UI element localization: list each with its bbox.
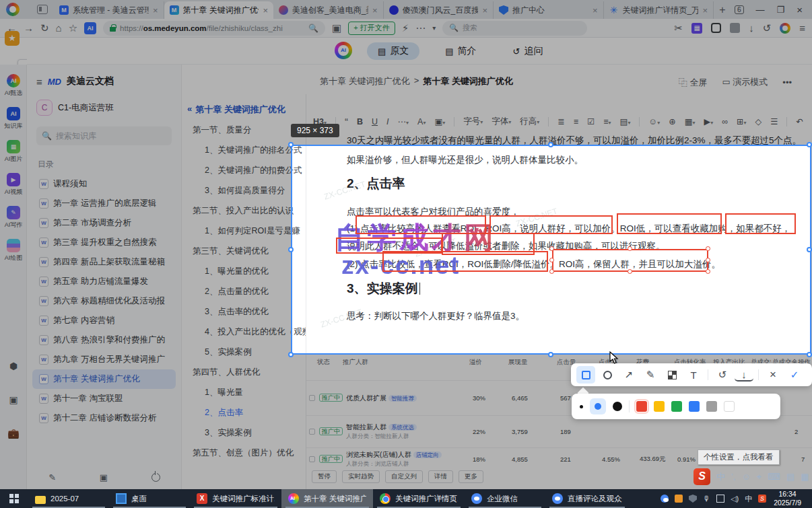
annotation-handle[interactable] [549, 246, 554, 251]
annotation-handle[interactable] [549, 269, 554, 274]
pen-tool[interactable]: ✎ [641, 366, 660, 384]
mosaic-tool[interactable] [663, 366, 681, 384]
taskbar-clock[interactable]: 16:34 2025/7/9 [772, 490, 807, 507]
screen: M 系统管理 - 美迪云管理 × M 第十章 关键词推广优化 × 美迪创客_美迪… [0, 0, 812, 508]
taskbar-item-active-doc[interactable]: 第十章 关键词推广... [281, 489, 373, 508]
wecom-icon [552, 493, 563, 504]
ime-tooltip: 个性设置，点我看看 [698, 449, 780, 465]
color-yellow[interactable] [654, 401, 665, 412]
save-download-tool[interactable]: ↓ [735, 368, 753, 382]
stroke-size-medium-selected[interactable] [590, 398, 606, 414]
xmind-icon: X [197, 493, 207, 504]
ellipse-tool[interactable] [598, 366, 617, 384]
tray-mic-icon[interactable]: 🎙 [703, 495, 710, 503]
text-cursor [419, 283, 421, 295]
heading-case: 3、实操案例 [347, 280, 420, 297]
folder-icon [35, 496, 46, 504]
selection-handle[interactable] [807, 352, 812, 357]
punctuation-icon[interactable]: ’, [731, 472, 736, 482]
start-button[interactable] [0, 489, 28, 508]
paragraph: 如果溢价够，但人群曝光还是很少，说明人群体量比较小。 [347, 154, 583, 166]
ai-doc-icon [288, 493, 299, 504]
taskbar: 2025-07 桌面 X 关键词推广标准计... 第十章 关键词推广... 关键… [0, 489, 812, 508]
toolbox-icon[interactable]: ▦ [801, 472, 809, 482]
dim-overlay-left [0, 145, 291, 355]
tray-display-icon[interactable] [716, 495, 724, 503]
tray-volume-icon[interactable]: ◁) [731, 495, 739, 503]
stroke-size-small[interactable] [580, 405, 583, 408]
selection-handle[interactable] [288, 247, 294, 252]
annotation-toolbar: ↗ ✎ T ↺ ↓ × ✓ [571, 363, 812, 386]
confirm-capture-button[interactable]: ✓ [785, 366, 804, 384]
rectangle-tool[interactable] [576, 366, 595, 384]
undo-tool[interactable]: ↺ [713, 366, 732, 384]
skin-icon[interactable]: ▤ [786, 472, 794, 482]
tray-shield-icon[interactable] [689, 495, 697, 503]
system-tray: 🎙 ◁) 中 S 16:34 2025/7/9 [661, 489, 812, 508]
sogou-logo[interactable]: S [693, 468, 710, 485]
selection-handle[interactable] [548, 142, 553, 147]
ime-mode-chinese[interactable]: 中 [716, 471, 725, 483]
annotation-rect-selected[interactable] [552, 249, 708, 272]
annotation-handle[interactable] [549, 258, 554, 262]
annotation-palette [572, 394, 780, 419]
color-gray[interactable] [706, 401, 717, 412]
text-tool[interactable]: T [684, 366, 703, 384]
emoji-icon[interactable]: ☺ [742, 472, 751, 482]
annotation-handle[interactable] [706, 258, 710, 262]
mouse-cursor [609, 351, 620, 365]
annotation-rect[interactable] [356, 215, 486, 234]
taskbar-item-folder[interactable]: 2025-07 [28, 489, 109, 508]
annotation-rect[interactable] [382, 251, 548, 272]
color-red-selected[interactable] [636, 401, 647, 412]
taskbar-item-chrome[interactable]: 关键词推广详情页... [373, 489, 465, 508]
color-blue[interactable] [689, 401, 700, 412]
taskbar-item-desktop[interactable]: 桌面 [109, 489, 190, 508]
annotation-handle[interactable] [628, 269, 632, 274]
annotation-rect[interactable] [617, 213, 722, 234]
taskbar-item-xmind[interactable]: X 关键词推广标准计... [190, 489, 281, 508]
annotation-handle[interactable] [706, 246, 710, 251]
taskbar-item-live-comments[interactable]: 直播评论及观众 [545, 489, 629, 508]
selection-handle[interactable] [807, 142, 812, 147]
ime-toolbar: S 中 ’, ☺ ⌖ ⌨ ▤ ▦ [693, 468, 809, 485]
annotation-handle[interactable] [706, 269, 710, 274]
selection-handle[interactable] [288, 142, 294, 147]
annotation-rect[interactable] [489, 215, 613, 234]
desktop-icon [116, 493, 127, 504]
selection-handle[interactable] [288, 352, 294, 357]
capture-size-badge: 925 × 373 [291, 124, 339, 137]
taskbar-item-wecom[interactable]: 企业微信 [465, 489, 545, 508]
dim-overlay-top [0, 0, 812, 145]
annotation-rect[interactable] [725, 213, 796, 234]
color-green[interactable] [671, 401, 682, 412]
color-white[interactable] [724, 401, 735, 412]
selection-handle[interactable] [548, 352, 553, 357]
cancel-capture-button[interactable]: × [764, 366, 782, 384]
keyboard-icon[interactable]: ⌨ [768, 472, 780, 482]
arrow-tool[interactable]: ↗ [619, 366, 638, 384]
selection-handle[interactable] [807, 247, 812, 252]
wecom-icon [471, 493, 482, 504]
annotation-handle[interactable] [628, 246, 632, 251]
tray-sogou-icon[interactable]: S [758, 495, 766, 503]
mic-icon[interactable]: ⌖ [757, 472, 762, 482]
chrome-icon [380, 493, 391, 504]
paragraph: 思考：判断以下哪个人群更好？临界值是3。 [347, 310, 525, 322]
stroke-size-large[interactable] [613, 402, 622, 411]
tray-ime-indicator[interactable]: 中 [745, 494, 752, 504]
tray-app-icon[interactable] [675, 495, 683, 503]
tray-wecom-icon[interactable] [661, 495, 669, 503]
